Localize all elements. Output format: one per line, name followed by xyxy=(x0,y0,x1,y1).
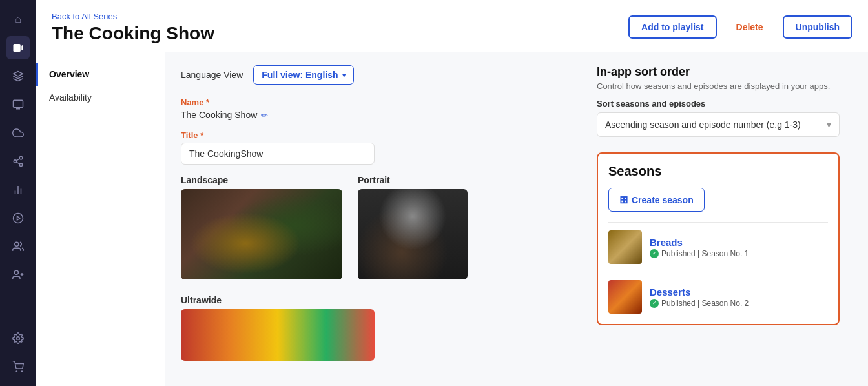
name-value-row: The Cooking Show ✏ xyxy=(181,110,581,120)
right-panel: In-app sort order Control how seasons an… xyxy=(581,65,840,373)
ultrawide-label: Ultrawide xyxy=(181,295,581,305)
season-name-desserts[interactable]: Desserts xyxy=(650,287,828,298)
share-icon[interactable] xyxy=(6,150,30,173)
sort-title: In-app sort order xyxy=(597,65,840,79)
language-select[interactable]: Full view: English ▾ xyxy=(253,65,353,85)
name-value: The Cooking Show xyxy=(181,110,257,120)
play-circle-icon[interactable] xyxy=(6,207,30,230)
svg-point-21 xyxy=(21,371,23,372)
sort-select[interactable]: Ascending season and episode number (e.g… xyxy=(597,112,840,137)
users-icon[interactable] xyxy=(6,235,30,258)
title-input[interactable] xyxy=(181,143,375,165)
season-info-breads: Breads ✓ Published | Season No. 1 xyxy=(650,237,828,258)
season-item-desserts[interactable]: Desserts ✓ Published | Season No. 2 xyxy=(608,280,828,314)
unpublish-button[interactable]: Unpublish xyxy=(783,15,852,39)
add-to-playlist-button[interactable]: Add to playlist xyxy=(628,15,716,39)
landscape-group: Landscape xyxy=(181,175,342,279)
tv-icon[interactable] xyxy=(6,93,30,116)
images-section: Landscape Portrait xyxy=(181,175,581,361)
svg-point-16 xyxy=(14,270,18,274)
video-icon[interactable] xyxy=(6,36,30,59)
settings-icon[interactable] xyxy=(6,327,30,350)
svg-point-15 xyxy=(15,242,19,246)
season-status-desserts: ✓ Published | Season No. 2 xyxy=(650,299,828,308)
main-sidebar: ⌂ xyxy=(0,0,36,386)
content-area: Language View Full view: English ▾ Name … xyxy=(165,52,868,386)
landscape-image[interactable] xyxy=(181,189,342,279)
create-season-button[interactable]: ⊞ Create season xyxy=(608,188,705,212)
header-left: Back to All Series The Cooking Show xyxy=(52,10,214,44)
svg-point-7 xyxy=(19,163,23,167)
status-dot-desserts: ✓ xyxy=(650,299,659,308)
home-icon[interactable]: ⌂ xyxy=(6,8,30,31)
svg-marker-2 xyxy=(14,72,23,77)
portrait-group: Portrait xyxy=(358,175,468,279)
layers-icon[interactable] xyxy=(6,65,30,88)
seasons-panel: Seasons ⊞ Create season Breads xyxy=(597,152,840,325)
sort-description: Control how seasons and episodes are dis… xyxy=(597,81,840,91)
side-nav: Overview Availability xyxy=(36,52,165,386)
title-label: Title * xyxy=(181,130,581,140)
chart-icon[interactable] xyxy=(6,178,30,201)
seasons-title: Seasons xyxy=(608,164,828,179)
season-info-desserts: Desserts ✓ Published | Season No. 2 xyxy=(650,287,828,308)
page-body: Overview Availability Language View Full… xyxy=(36,52,868,386)
language-value: Full view: English xyxy=(262,70,338,80)
name-label: Name * xyxy=(181,97,581,107)
season-thumb-breads xyxy=(608,230,642,264)
sidebar-item-overview[interactable]: Overview xyxy=(36,63,165,86)
svg-point-13 xyxy=(14,214,23,223)
delete-button[interactable]: Delete xyxy=(723,15,776,39)
chevron-down-icon: ▾ xyxy=(342,72,346,79)
svg-point-20 xyxy=(16,371,17,372)
svg-rect-0 xyxy=(14,44,21,52)
plus-icon: ⊞ xyxy=(619,194,628,206)
portrait-image[interactable] xyxy=(358,189,468,279)
sidebar-item-availability[interactable]: Availability xyxy=(36,86,165,109)
form-area: Language View Full view: English ▾ Name … xyxy=(181,65,581,373)
season-item-breads[interactable]: Breads ✓ Published | Season No. 1 xyxy=(608,230,828,264)
cart-icon[interactable] xyxy=(6,355,30,378)
edit-icon[interactable]: ✏ xyxy=(261,110,268,120)
title-field-group: Title * xyxy=(181,130,581,165)
portrait-label: Portrait xyxy=(358,175,468,185)
svg-line-9 xyxy=(16,159,19,161)
title-required: * xyxy=(200,130,203,140)
ultrawide-image[interactable] xyxy=(181,309,375,361)
season-status-text-breads: Published | Season No. 1 xyxy=(661,249,749,258)
cloud-icon[interactable] xyxy=(6,121,30,145)
language-view-label: Language View xyxy=(181,70,243,80)
season-name-breads[interactable]: Breads xyxy=(650,237,828,248)
ultrawide-group: Ultrawide xyxy=(181,295,581,361)
season-status-breads: ✓ Published | Season No. 1 xyxy=(650,249,828,258)
language-row: Language View Full view: English ▾ xyxy=(181,65,581,85)
main-content: Back to All Series The Cooking Show Add … xyxy=(36,0,868,386)
season-divider-1 xyxy=(608,222,828,223)
season-thumb-desserts xyxy=(608,280,642,314)
sort-value: Ascending season and episode number (e.g… xyxy=(605,119,801,130)
svg-point-19 xyxy=(17,337,20,340)
header-actions: Add to playlist Delete Unpublish xyxy=(628,15,852,39)
status-dot-breads: ✓ xyxy=(650,249,659,258)
sort-chevron-icon: ▾ xyxy=(827,119,831,130)
images-row: Landscape Portrait xyxy=(181,175,581,290)
season-status-text-desserts: Published | Season No. 2 xyxy=(661,299,749,308)
name-field-group: Name * The Cooking Show ✏ xyxy=(181,97,581,120)
name-required: * xyxy=(206,97,209,107)
season-divider-2 xyxy=(608,272,828,272)
create-season-label: Create season xyxy=(632,195,694,205)
svg-line-8 xyxy=(16,162,19,164)
svg-point-5 xyxy=(19,157,23,160)
svg-marker-14 xyxy=(17,216,21,220)
sort-label: Sort seasons and episodes xyxy=(597,99,840,108)
landscape-label: Landscape xyxy=(181,175,342,185)
svg-point-6 xyxy=(14,160,17,163)
svg-marker-1 xyxy=(21,45,23,51)
person-add-icon[interactable] xyxy=(6,263,30,287)
sort-section: In-app sort order Control how seasons an… xyxy=(597,65,840,137)
back-link[interactable]: Back to All Series xyxy=(52,12,117,21)
svg-rect-3 xyxy=(14,100,23,107)
page-title: The Cooking Show xyxy=(52,23,214,44)
page-header: Back to All Series The Cooking Show Add … xyxy=(36,0,868,52)
